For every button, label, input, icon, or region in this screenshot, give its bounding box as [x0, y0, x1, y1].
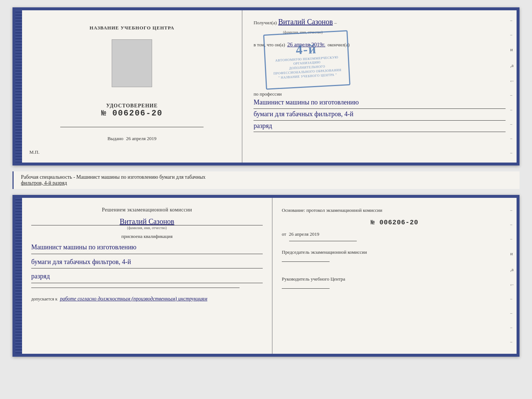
fio-subtext-top: (фамилия, имя, отчество) [283, 30, 323, 34]
stamp-line1: АВТОНОМНУЮ НЕКОММЕРЧЕСКУЮ ОРГАНИЗАЦИЮ [269, 55, 345, 67]
top-cert-right: Получил(а) Виталий Сазонов – (фамилия, и… [242, 10, 517, 163]
middle-label: Рабочая специальность - Машинист машины … [12, 171, 520, 189]
chairman-block: Председатель экзаменационной комиссии [282, 249, 507, 264]
middle-label-underline: фильтров, 4-й разряд [21, 180, 67, 186]
issued-label: Выдано [107, 136, 123, 141]
bottom-fio-subtext: (фамилия, имя, отчество) [31, 225, 263, 230]
chairman-label: Председатель экзаменационной комиссии [282, 249, 507, 256]
top-certificate: НАЗВАНИЕ УЧЕБНОГО ЦЕНТРА УДОСТОВЕРЕНИЕ №… [12, 7, 520, 165]
received-label: Получил(а) [254, 20, 277, 26]
допуск-value: работе согласно должностным (производств… [60, 296, 207, 302]
from-date-value: 26 апреля 2019 [289, 231, 319, 237]
stamp: 4-й АВТОНОМНУЮ НЕКОММЕРЧЕСКУЮ ОРГАНИЗАЦИ… [263, 30, 351, 90]
commission-decision-title: Решением экзаменационной комиссии [31, 207, 263, 213]
qual-value-1: Машинист машины по изготовлению [31, 242, 263, 254]
middle-label-prefix: Рабочая специальность - Машинист машины … [21, 174, 205, 180]
qual-label: присвоена квалификация [31, 234, 263, 239]
stamp-line3: " НАЗВАНИЕ УЧЕБНОГО ЦЕНТРА " [278, 72, 337, 80]
udost-block: УДОСТОВЕРЕНИЕ № 006206-20 [101, 103, 162, 118]
profession-value-3: разряд [254, 121, 506, 132]
recipient-fio: Виталий Сазонов [278, 18, 333, 26]
mp-label: М.П. [29, 149, 39, 155]
photo-placeholder [112, 39, 152, 87]
issued-date: 26 апреля 2019 [126, 136, 157, 141]
top-cert-left: НАЗВАНИЕ УЧЕБНОГО ЦЕНТРА УДОСТОВЕРЕНИЕ №… [22, 10, 242, 163]
qual-value-2: бумаги для табачных фильтров, 4-й [31, 256, 263, 269]
date-handwritten: 26 апреля 2019г. [287, 42, 326, 48]
from-label: от [282, 231, 286, 237]
issued-block: Выдано 26 апреля 2019 [107, 136, 156, 142]
side-dashes-right: – – и ,а ‹– – – – – – [510, 10, 514, 163]
training-center-title: НАЗВАНИЕ УЧЕБНОГО ЦЕНТРА [90, 25, 175, 31]
допуск-line: допускается к работе согласно должностны… [31, 296, 263, 302]
received-row: Получил(а) Виталий Сазонов – [254, 18, 506, 26]
bottom-cert-right: Основание: протокол экзаменационной коми… [273, 198, 517, 354]
director-sig-line [282, 288, 330, 289]
bottom-certificate: Решением экзаменационной комиссии Витали… [12, 195, 520, 357]
qual-value-3: разряд [31, 271, 263, 283]
profession-value-2: бумаги для табачных фильтров, 4-й [254, 109, 506, 121]
from-date-row: от 26 апреля 2019 [282, 231, 507, 237]
in-that-label: в том, что он(а) [254, 42, 285, 48]
udost-label: УДОСТОВЕРЕНИЕ [101, 103, 162, 109]
udost-number: № 006206-20 [101, 109, 162, 118]
director-block: Руководитель учебного Центра [282, 275, 507, 291]
protocol-number: № 006206-20 [282, 219, 507, 226]
profession-value-1: Машинист машины по изготовлению [254, 97, 506, 109]
director-label: Руководитель учебного Центра [282, 275, 507, 283]
osnov-label: Основание: протокол экзаменационной коми… [282, 207, 507, 214]
bottom-fio: Виталий Сазонов [31, 217, 263, 226]
допуск-prefix: допускается к [31, 296, 57, 302]
spine-decoration-bottom [15, 198, 22, 354]
finished-label: окончил(а) [327, 42, 349, 48]
chairman-sig-line [282, 261, 330, 262]
bottom-cert-left: Решением экзаменационной комиссии Витали… [22, 198, 273, 354]
side-dashes-bottom-right: – – – и ,а ‹– – – – – [510, 198, 514, 354]
profession-label: по профессии [254, 91, 506, 97]
spine-decoration [15, 10, 22, 163]
stamp-line2: ДОПОЛНИТЕЛЬНОГО ПРОФЕССИОНАЛЬНОГО ОБРАЗО… [269, 64, 346, 76]
